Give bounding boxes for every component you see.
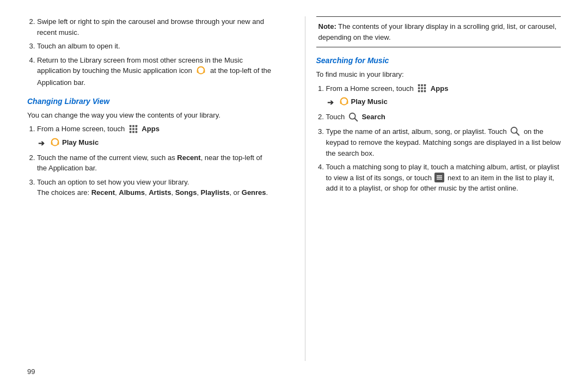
intro-item-2: Touch an album to open it.: [37, 41, 272, 52]
arrow-icon-right: ➔: [327, 97, 334, 108]
svg-line-30: [517, 132, 519, 135]
right-column: Note: The contents of your library displ…: [305, 16, 561, 361]
svg-rect-21: [418, 90, 420, 93]
step-3: Touch an option to set how you view your…: [37, 177, 272, 198]
svg-rect-17: [424, 84, 426, 87]
search-icon-2: [510, 126, 520, 137]
search-step-3: Type the name of an artist, album, song,…: [326, 126, 561, 159]
page-number: 99: [27, 367, 561, 376]
svg-rect-19: [421, 87, 423, 89]
search-icon: [348, 112, 359, 122]
svg-rect-1: [197, 70, 199, 73]
svg-rect-16: [421, 84, 423, 87]
svg-rect-25: [340, 101, 341, 104]
apps-icon: [128, 124, 139, 134]
changing-library-intro: You can change the way you view the cont…: [27, 110, 272, 121]
search-step-4: Touch a matching song to play it, touch …: [326, 162, 561, 194]
search-label: Search: [362, 113, 385, 121]
intro-item-3: Return to the Library screen from most o…: [37, 55, 272, 88]
svg-rect-15: [418, 84, 420, 87]
content-columns: Swipe left or right to spin the carousel…: [27, 16, 561, 361]
arrow-icon: ➔: [38, 138, 45, 149]
svg-rect-3: [130, 125, 132, 127]
svg-rect-5: [135, 125, 137, 127]
intro-item-1: Swipe left or right to spin the carousel…: [37, 16, 272, 38]
note-text: The contents of your library display in …: [318, 22, 557, 41]
apps-label-right: Apps: [431, 84, 449, 93]
note-box: Note: The contents of your library displ…: [316, 16, 561, 47]
svg-rect-11: [135, 131, 137, 133]
headphone-icon-inline: [195, 65, 207, 77]
svg-rect-10: [132, 131, 134, 133]
svg-rect-13: [51, 142, 53, 145]
changing-library-view-title: Changing Library View: [27, 97, 272, 106]
note-label: Note:: [318, 22, 336, 30]
left-column: Swipe left or right to spin the carousel…: [27, 16, 283, 361]
intro-list: Swipe left or right to spin the carousel…: [27, 16, 272, 88]
search-step-1: From a Home screen, touch: [326, 83, 561, 109]
step-1: From a Home screen, touch: [37, 124, 272, 149]
svg-rect-23: [424, 90, 426, 93]
apps-icon-right: [416, 83, 427, 94]
svg-rect-7: [132, 128, 134, 130]
search-step-1-sub: ➔ Play Music: [327, 96, 561, 108]
svg-rect-22: [421, 90, 423, 93]
search-step-2: Touch Search: [326, 112, 561, 123]
step-1-sub: ➔ Play Music: [38, 137, 272, 149]
page: Swipe left or right to spin the carousel…: [0, 0, 588, 392]
svg-rect-20: [424, 87, 426, 89]
svg-rect-14: [58, 142, 59, 145]
searching-intro: To find music in your library:: [316, 69, 561, 80]
play-music-label-right: Play Music: [351, 96, 388, 107]
svg-rect-18: [418, 87, 420, 89]
apps-label: Apps: [142, 125, 160, 133]
step-2: Touch the name of the current view, such…: [37, 152, 272, 174]
svg-line-28: [354, 118, 357, 121]
svg-rect-26: [346, 101, 348, 104]
play-music-label: Play Music: [62, 137, 99, 148]
svg-rect-4: [132, 125, 134, 127]
svg-rect-2: [204, 70, 205, 73]
menu-icon: [434, 173, 444, 182]
svg-rect-8: [135, 128, 137, 130]
svg-rect-9: [130, 131, 132, 133]
searching-steps: From a Home screen, touch: [316, 83, 561, 194]
headphone-icon-right: [338, 96, 350, 108]
searching-for-music-title: Searching for Music: [316, 56, 561, 65]
svg-rect-6: [130, 128, 132, 130]
headphone-icon-step1: [49, 137, 61, 149]
recent-bold: Recent: [177, 154, 200, 162]
changing-library-steps: From a Home screen, touch: [27, 124, 272, 198]
